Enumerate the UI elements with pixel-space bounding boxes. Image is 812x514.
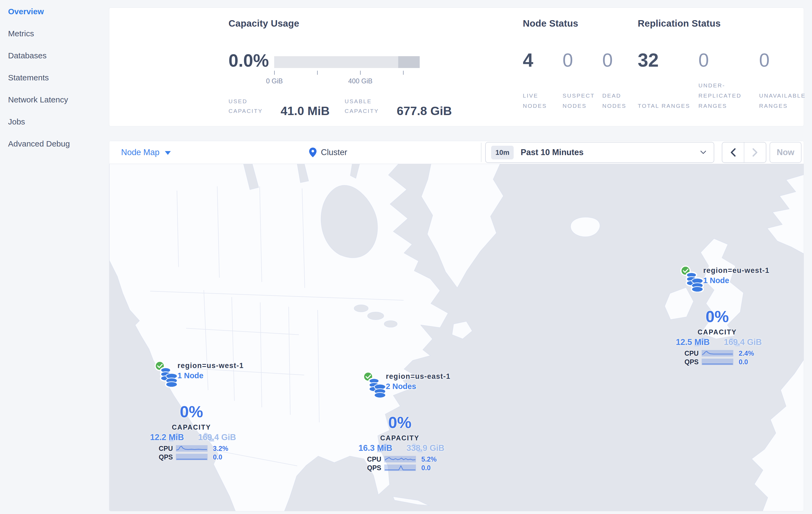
live-nodes-label: LIVE NODES [523, 90, 562, 111]
under-replicated-ranges-stat: 0 UNDER-REPLICATED RANGES [698, 50, 759, 111]
total-ranges-stat: 32 TOTAL RANGES [638, 50, 698, 111]
unavailable-ranges-stat: 0 UNAVAILABLE RANGES [759, 50, 812, 111]
region-name: region=us-east-1 [386, 372, 451, 381]
world-map: region=us-west-1 1 Node 0% CAPACITY 12.2… [109, 164, 804, 511]
used-capacity-stat: USED CAPACITY 41.0 MiB [229, 97, 330, 117]
region-marker-eu-west-1[interactable]: region=eu-west-1 1 Node 0% CAPACITY 12.5… [679, 264, 768, 353]
capacity-tick [403, 71, 404, 75]
sidebar: Overview Metrics Databases Statements Ne… [0, 0, 109, 514]
unavailable-ranges-value: 0 [759, 50, 812, 70]
capacity-tick-label-400: 400 GiB [339, 77, 382, 85]
region-capacity-label: CAPACITY [154, 424, 229, 431]
live-nodes-value: 4 [523, 50, 562, 70]
sidebar-item-overview[interactable]: Overview [0, 1, 109, 23]
sidebar-item-metrics[interactable]: Metrics [0, 23, 109, 45]
node-status-title: Node Status [523, 18, 578, 29]
suspect-nodes-label: SUSPECT NODES [562, 90, 603, 111]
dropdown-triangle-icon [165, 151, 171, 155]
usable-capacity-stat: USABLE CAPACITY 677.8 GiB [345, 97, 452, 117]
live-nodes-stat: 4 LIVE NODES [523, 50, 562, 111]
chevron-down-icon [700, 151, 706, 154]
sidebar-item-databases[interactable]: Databases [0, 45, 109, 67]
cpu-value: 2.4% [739, 350, 754, 357]
capacity-tick [274, 71, 275, 75]
capacity-percent: 0.0% [229, 50, 269, 71]
qps-value: 0.0 [739, 358, 748, 366]
region-capacity-label: CAPACITY [362, 434, 437, 442]
region-capacity-percent: 0% [679, 307, 755, 326]
capacity-tick-label-0: 0 GiB [253, 77, 296, 85]
capacity-tick [317, 71, 318, 75]
suspect-nodes-stat: 0 SUSPECT NODES [562, 50, 602, 111]
region-usable-capacity: 169.4 GiB [724, 337, 762, 347]
dead-nodes-value: 0 [602, 50, 642, 70]
map-pin-icon [309, 147, 317, 157]
region-usable-capacity: 338.9 GiB [407, 443, 444, 453]
region-capacity-percent: 0% [362, 413, 437, 432]
cpu-sparkline [176, 445, 208, 452]
used-capacity-value: 41.0 MiB [281, 105, 330, 117]
time-range-arrows [722, 142, 766, 163]
region-name: region=eu-west-1 [703, 266, 770, 275]
total-ranges-value: 32 [638, 50, 698, 70]
node-map-card: Node Map Cluster 10m Past 10 Minutes [109, 141, 804, 511]
breadcrumb[interactable]: Cluster [309, 141, 347, 164]
region-used-capacity: 12.5 MiB [676, 337, 710, 347]
unavailable-ranges-label: UNAVAILABLE RANGES [759, 90, 812, 111]
toolbar-divider [481, 143, 482, 162]
dead-nodes-stat: 0 DEAD NODES [602, 50, 642, 111]
total-ranges-label: TOTAL RANGES [638, 101, 698, 111]
replication-status-title: Replication Status [638, 18, 721, 29]
qps-value: 0.0 [421, 464, 431, 472]
view-mode-label: Node Map [121, 147, 160, 157]
region-marker-us-east-1[interactable]: region=us-east-1 2 Nodes 0% CAPACITY 16.… [362, 370, 451, 459]
cpu-label: CPU [367, 455, 384, 463]
chevron-right-icon [752, 148, 758, 157]
usable-capacity-label: USABLE CAPACITY [345, 97, 390, 117]
sidebar-item-statements[interactable]: Statements [0, 67, 109, 89]
node-status-section: Node Status 4 LIVE NODES 0 SUSPECT NODES… [523, 8, 636, 126]
qps-sparkline [702, 359, 733, 365]
qps-sparkline [384, 464, 416, 471]
region-usable-capacity: 169.4 GiB [198, 433, 236, 442]
region-used-capacity: 16.3 MiB [358, 443, 392, 453]
qps-value: 0.0 [213, 453, 222, 461]
qps-label: QPS [159, 453, 176, 461]
time-range-dropdown[interactable]: 10m Past 10 Minutes [485, 142, 714, 163]
capacity-usage-section: Capacity Usage 0.0% 0 GiB 400 GiB USED C… [229, 8, 521, 126]
time-forward-button[interactable] [744, 142, 766, 162]
replication-status-section: Replication Status 32 TOTAL RANGES 0 UND… [638, 8, 804, 126]
qps-sparkline [176, 454, 208, 460]
region-capacity-percent: 0% [154, 402, 229, 421]
usable-capacity-value: 677.8 GiB [397, 105, 452, 117]
sidebar-item-advanced-debug[interactable]: Advanced Debug [0, 133, 109, 155]
sidebar-item-network-latency[interactable]: Network Latency [0, 89, 109, 111]
capacity-tick [360, 71, 360, 75]
capacity-bar-reserved-segment [398, 56, 420, 68]
region-marker-us-west-1[interactable]: region=us-west-1 1 Node 0% CAPACITY 12.2… [154, 359, 242, 448]
region-used-capacity: 12.2 MiB [150, 433, 184, 442]
map-toolbar: Node Map Cluster 10m Past 10 Minutes [109, 141, 804, 164]
qps-label: QPS [367, 464, 384, 472]
time-back-button[interactable] [722, 142, 744, 162]
qps-label: QPS [685, 358, 702, 366]
time-range-label: Past 10 Minutes [521, 147, 583, 157]
view-mode-dropdown[interactable]: Node Map [121, 141, 171, 164]
sidebar-item-jobs[interactable]: Jobs [0, 111, 109, 133]
time-range-badge: 10m [491, 146, 514, 159]
breadcrumb-label: Cluster [321, 147, 347, 157]
chevron-left-icon [730, 148, 736, 157]
now-button[interactable]: Now [770, 142, 802, 163]
cluster-summary-card: Capacity Usage 0.0% 0 GiB 400 GiB USED C… [109, 7, 804, 126]
cpu-value: 3.2% [213, 444, 228, 453]
under-replicated-ranges-label: UNDER-REPLICATED RANGES [698, 80, 759, 111]
cpu-value: 5.2% [421, 455, 437, 463]
cpu-label: CPU [159, 444, 176, 453]
capacity-bar [274, 56, 420, 68]
suspect-nodes-value: 0 [562, 50, 602, 70]
region-capacity-label: CAPACITY [679, 328, 755, 336]
cpu-sparkline [384, 456, 416, 462]
capacity-usage-title: Capacity Usage [229, 18, 299, 29]
cpu-sparkline [702, 350, 733, 356]
cpu-label: CPU [685, 350, 702, 357]
